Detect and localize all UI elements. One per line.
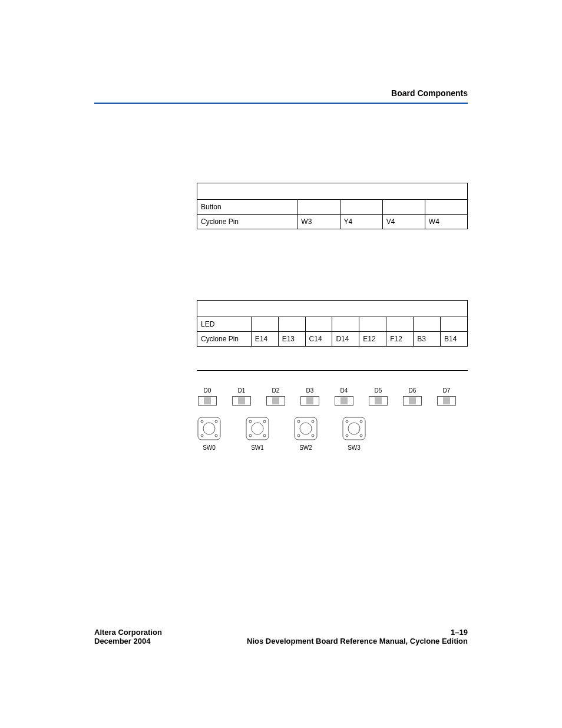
header-rule	[94, 103, 468, 104]
led-icon	[266, 396, 285, 406]
pushbutton-icon	[245, 416, 270, 441]
cell: E12	[359, 332, 386, 347]
led-row: D0 D1 D2 D3 D4	[197, 387, 468, 406]
cell: F12	[386, 332, 414, 347]
svg-point-31	[312, 420, 314, 423]
switch-label: SW0	[203, 444, 216, 451]
cell	[441, 317, 468, 332]
svg-point-17	[203, 423, 215, 434]
table-title-cell	[197, 301, 468, 317]
footer-date: December 2004	[94, 637, 150, 645]
led-unit: D5	[368, 387, 389, 406]
cell: B14	[441, 332, 468, 347]
page-header: Board Components	[94, 88, 468, 104]
led-label: D6	[409, 387, 416, 394]
switch-unit: SW2	[293, 416, 318, 451]
led-icon	[232, 396, 251, 406]
cell: V4	[382, 215, 425, 229]
cell	[386, 317, 414, 332]
cell: W3	[297, 215, 340, 229]
svg-rect-1	[204, 397, 211, 404]
footer-left: Altera Corporation December 2004	[94, 628, 162, 645]
figure-separator	[197, 370, 468, 371]
table-row: LED	[197, 317, 468, 332]
cell	[382, 200, 425, 215]
svg-point-25	[263, 420, 266, 423]
svg-rect-15	[443, 397, 450, 404]
led-label: D3	[306, 387, 314, 394]
svg-rect-9	[340, 397, 348, 404]
pushbutton-icon	[342, 416, 366, 441]
cell: B3	[414, 332, 441, 347]
svg-point-30	[297, 420, 300, 423]
table-row: Cyclone Pin W3 Y4 V4 W4	[197, 215, 468, 229]
led-unit: D7	[436, 387, 457, 406]
footer-company: Altera Corporation	[94, 628, 162, 637]
svg-point-32	[297, 434, 300, 437]
svg-point-26	[249, 434, 252, 437]
switch-row: SW0 SW1	[197, 416, 468, 451]
cell	[340, 200, 382, 215]
svg-rect-11	[375, 397, 382, 404]
cell	[297, 200, 340, 215]
cell	[305, 317, 332, 332]
svg-point-33	[312, 434, 314, 437]
cell	[359, 317, 386, 332]
pushbutton-icon	[197, 416, 222, 441]
svg-point-38	[346, 434, 348, 437]
page: Board Components Button Cyclone Pin W3 Y…	[0, 0, 562, 728]
page-footer: Altera Corporation December 2004 1–19 Ni…	[94, 628, 468, 645]
table-row: Cyclone Pin E14 E13 C14 D14 E12 F12 B3 B…	[197, 332, 468, 347]
led-unit: D4	[333, 387, 355, 406]
footer-manual-title: Nios Development Board Reference Manual,…	[247, 637, 468, 645]
footer-page-number: 1–19	[451, 628, 468, 637]
switch-unit: SW0	[197, 416, 222, 451]
cell	[278, 317, 305, 332]
footer-right: 1–19 Nios Development Board Reference Ma…	[247, 628, 468, 645]
cell	[414, 317, 441, 332]
switch-unit: SW1	[245, 416, 270, 451]
svg-point-39	[360, 434, 362, 437]
led-pin-table: LED Cyclone Pin E14 E13 C14 D14 E12 F12 …	[197, 300, 468, 347]
page-content: Button Cyclone Pin W3 Y4 V4 W4 LED	[94, 118, 468, 451]
cell: E13	[278, 332, 305, 347]
led-label: D7	[443, 387, 451, 394]
svg-point-21	[215, 434, 217, 437]
svg-point-27	[263, 434, 266, 437]
led-icon	[335, 396, 353, 406]
table-title-row	[197, 183, 468, 200]
table-row: Button	[197, 200, 468, 215]
svg-point-24	[249, 420, 252, 423]
led-icon	[403, 396, 422, 406]
led-label: D5	[375, 387, 382, 394]
led-unit: D0	[197, 387, 218, 406]
button-pin-table: Button Cyclone Pin W3 Y4 V4 W4	[197, 183, 468, 229]
led-icon	[437, 396, 456, 406]
led-unit: D2	[265, 387, 286, 406]
cell: Y4	[340, 215, 382, 229]
table-title-cell	[197, 183, 468, 200]
cell	[425, 200, 467, 215]
switch-label: SW2	[299, 444, 312, 451]
section-title: Board Components	[94, 88, 468, 98]
led-label: D1	[238, 387, 246, 394]
cell: D14	[332, 332, 359, 347]
cell	[332, 317, 359, 332]
switch-label: SW3	[348, 444, 361, 451]
led-unit: D1	[231, 387, 252, 406]
led-switch-figure: D0 D1 D2 D3 D4	[197, 387, 468, 451]
cell: C14	[305, 332, 332, 347]
svg-point-37	[360, 420, 362, 423]
svg-rect-5	[272, 397, 279, 404]
table-title-row	[197, 301, 468, 317]
led-label: D0	[204, 387, 211, 394]
svg-point-35	[348, 423, 360, 434]
svg-point-29	[300, 423, 312, 434]
svg-rect-7	[306, 397, 313, 404]
cell-label: Button	[197, 200, 297, 215]
led-unit: D3	[299, 387, 320, 406]
led-icon	[198, 396, 217, 406]
cell: W4	[425, 215, 467, 229]
svg-point-18	[201, 420, 203, 423]
cell	[251, 317, 278, 332]
